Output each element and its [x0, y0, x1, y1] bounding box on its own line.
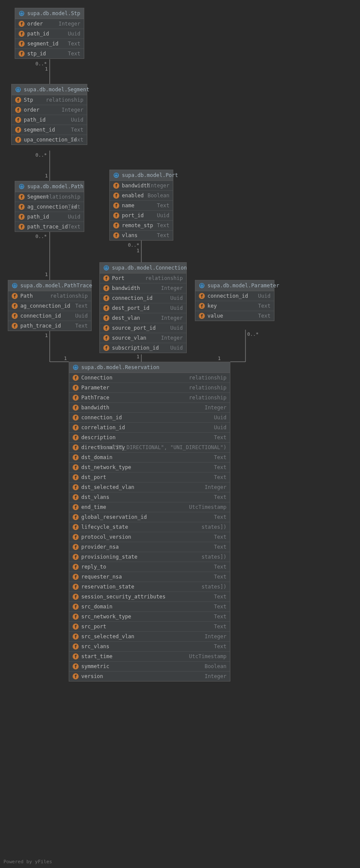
field-icon: f — [199, 313, 205, 319]
field-left: fdescription — [73, 434, 115, 440]
field-row: fsrc_portText — [69, 622, 230, 632]
field-row: fbandwidthInteger — [100, 283, 186, 293]
field-row: freply_toText — [69, 562, 230, 572]
field-row: fvalueText — [195, 311, 274, 321]
field-name: source_port_id — [112, 325, 156, 331]
field-name: remote_stp — [122, 222, 153, 228]
field-icon: f — [73, 484, 79, 490]
entity-segment[interactable]: supa.db.model.SegmentfStprelationshipfor… — [11, 84, 87, 145]
field-icon: f — [73, 494, 79, 500]
entity-title: supa.db.model.Connection — [112, 265, 187, 271]
field-left: fsrc_port — [73, 624, 106, 630]
field-icon: f — [113, 203, 119, 209]
db-class-icon — [103, 265, 109, 271]
field-left: fConnection — [73, 375, 112, 381]
field-left: freply_to — [73, 564, 106, 570]
field-row: fdst_vlansText — [69, 492, 230, 502]
field-name: path_trace_id — [27, 224, 68, 230]
field-row: fsegment_idText — [12, 125, 87, 135]
field-row: fglobal_reservation_idText — [69, 512, 230, 522]
field-type: Uuid — [170, 295, 183, 301]
field-name: bandwidth — [122, 183, 150, 189]
field-name: provisioning_state — [81, 554, 137, 560]
field-type: relationship — [189, 395, 226, 401]
field-name: lifecycle_state — [81, 524, 128, 530]
field-row: fpath_trace_idText — [8, 321, 91, 331]
card-label: 1 — [218, 356, 221, 361]
field-row: fsegment_idText — [15, 39, 84, 49]
field-row: fconnection_idUuid — [195, 291, 274, 301]
field-icon: f — [73, 405, 79, 411]
field-left: fsrc_vlans — [73, 643, 109, 649]
field-type: Integer — [58, 21, 80, 27]
field-name: key — [207, 303, 217, 309]
field-row: fupa_connection_idText — [12, 135, 87, 145]
field-row: fport_idUuid — [110, 211, 173, 221]
field-row: fnameText — [110, 201, 173, 211]
entity-header: supa.db.model.Path — [15, 181, 84, 192]
field-name: Port — [112, 275, 124, 281]
field-type: Text — [157, 203, 169, 209]
field-name: src_port — [81, 624, 106, 630]
entity-reservation[interactable]: supa.db.model.ReservationfConnectionrela… — [69, 362, 230, 682]
field-icon: f — [73, 564, 79, 570]
field-row: fversionInteger — [69, 672, 230, 681]
field-row: fPathTracerelationship — [69, 393, 230, 403]
field-name: src_vlans — [81, 643, 109, 649]
field-type: Text — [71, 137, 83, 143]
field-name: dest_vlan — [112, 315, 140, 321]
entity-pathtrace[interactable]: supa.db.model.PathTracefPathrelationship… — [8, 280, 92, 331]
field-icon: f — [113, 212, 119, 219]
field-left: fglobal_reservation_id — [73, 514, 147, 520]
field-name: end_time — [81, 504, 106, 510]
field-name: reply_to — [81, 564, 106, 570]
field-row: fprotocol_versionText — [69, 532, 230, 542]
field-icon: f — [12, 313, 18, 319]
field-type: Uuid — [170, 345, 183, 351]
entity-stp[interactable]: supa.db.model.StpforderIntegerfpath_idUu… — [15, 8, 84, 59]
entity-connection[interactable]: supa.db.model.ConnectionfPortrelationshi… — [99, 262, 187, 353]
field-icon: f — [73, 454, 79, 460]
field-type: Text — [214, 564, 226, 570]
field-left: fcorrelation_id — [73, 424, 125, 431]
entity-path[interactable]: supa.db.model.PathfSegmentrelationshipfa… — [15, 181, 84, 232]
field-left: fdst_network_type — [73, 464, 131, 470]
field-left: fbandwidth — [73, 405, 109, 411]
entity-body: fPathrelationshipfag_connection_idTextfc… — [8, 291, 91, 331]
field-icon: f — [103, 315, 109, 321]
field-name: src_domain — [81, 604, 112, 610]
entity-port[interactable]: supa.db.model.PortfbandwidthIntegerfenab… — [109, 170, 173, 241]
field-type: Text — [258, 313, 271, 319]
field-type: Boolean — [147, 193, 169, 199]
field-left: fconnection_id — [12, 313, 61, 319]
field-type: Text — [68, 224, 80, 230]
field-left: fsource_vlan — [103, 335, 146, 341]
db-class-icon — [73, 364, 79, 370]
field-left: forder — [19, 21, 43, 27]
entity-title: supa.db.model.Segment — [24, 87, 89, 93]
entity-parameter[interactable]: supa.db.model.Parameterfconnection_idUui… — [195, 280, 274, 321]
card-label: 0..* — [128, 242, 140, 248]
field-left: fdest_port_id — [103, 305, 150, 311]
field-name: src_selected_vlan — [81, 633, 134, 640]
field-left: fdst_domain — [73, 454, 112, 460]
field-name: connection_id — [20, 313, 61, 319]
field-left: fconnection_id — [73, 415, 122, 421]
field-row: fsrc_network_typeText — [69, 612, 230, 622]
card-label: 0..* — [35, 152, 47, 158]
field-left: fPathTrace — [73, 395, 109, 401]
field-name: dst_selected_vlan — [81, 484, 134, 490]
entity-body: fStprelationshipforderIntegerfpath_idUui… — [12, 95, 87, 145]
field-row: fconnection_idUuid — [69, 413, 230, 423]
field-type: Integer — [161, 315, 183, 321]
field-type: Text — [258, 303, 271, 309]
field-left: fprotocol_version — [73, 534, 131, 540]
field-row: fag_connection_idText — [15, 202, 84, 212]
field-row: fdest_port_idUuid — [100, 303, 186, 313]
field-icon: f — [19, 224, 25, 230]
field-left: fkey — [199, 303, 217, 309]
field-row: fcorrelation_idUuid — [69, 423, 230, 433]
field-left: fvalue — [199, 313, 223, 319]
entity-title: supa.db.model.Reservation — [81, 364, 159, 370]
field-type: Integer — [61, 107, 83, 113]
